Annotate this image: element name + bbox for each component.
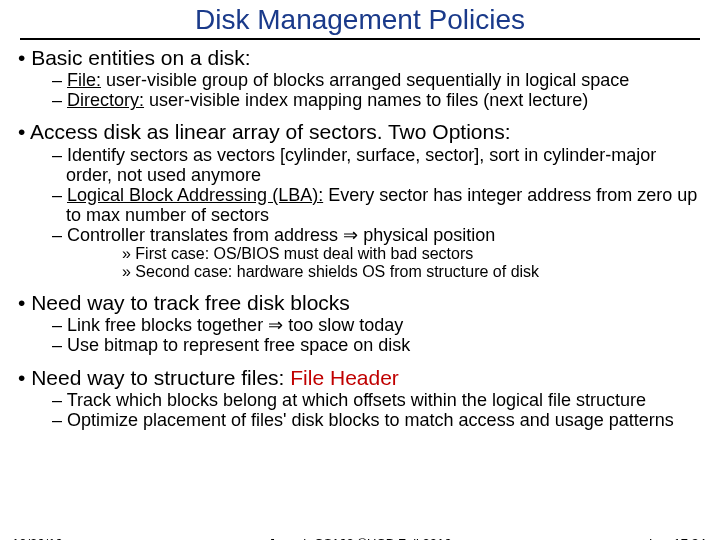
- dash-item: File: user-visible group of blocks arran…: [52, 70, 702, 90]
- dash-item: Identify sectors as vectors [cylinder, s…: [52, 145, 702, 185]
- chev-item: First case: OS/BIOS must deal with bad s…: [122, 245, 702, 263]
- dash-item: Directory: user-visible index mapping na…: [52, 90, 702, 110]
- dash-item: Logical Block Addressing (LBA): Every se…: [52, 185, 702, 225]
- slide-title: Disk Management Policies: [0, 4, 720, 36]
- file-header-label: File Header: [290, 366, 399, 389]
- chev-item: Second case: hardware shields OS from st…: [122, 263, 702, 281]
- bullet-item: Need way to structure files: File Header…: [18, 366, 702, 430]
- bullet-text: Need way to track free disk blocks: [18, 291, 702, 315]
- dash-item: Track which blocks belong at which offse…: [52, 390, 702, 410]
- bullet-item: Need way to track free disk blocks Link …: [18, 291, 702, 355]
- bullet-list: Basic entities on a disk: File: user-vis…: [18, 46, 702, 430]
- dash-item: Controller translates from address ⇒ phy…: [52, 225, 702, 281]
- title-underline: [20, 38, 700, 40]
- dash-item: Link free blocks together ⇒ too slow tod…: [52, 315, 702, 335]
- bullet-text: Access disk as linear array of sectors. …: [18, 120, 702, 144]
- bullet-text: Basic entities on a disk:: [18, 46, 702, 70]
- slide-body: Basic entities on a disk: File: user-vis…: [0, 46, 720, 430]
- bullet-text: Need way to structure files: File Header: [18, 366, 702, 390]
- dash-item: Use bitmap to represent free space on di…: [52, 335, 702, 355]
- dash-item: Optimize placement of files' disk blocks…: [52, 410, 702, 430]
- bullet-item: Basic entities on a disk: File: user-vis…: [18, 46, 702, 110]
- footer-center: Joseph CS162 ©UCB Fall 2016: [0, 536, 720, 540]
- bullet-item: Access disk as linear array of sectors. …: [18, 120, 702, 281]
- footer-right: Lec 17.34: [649, 536, 706, 540]
